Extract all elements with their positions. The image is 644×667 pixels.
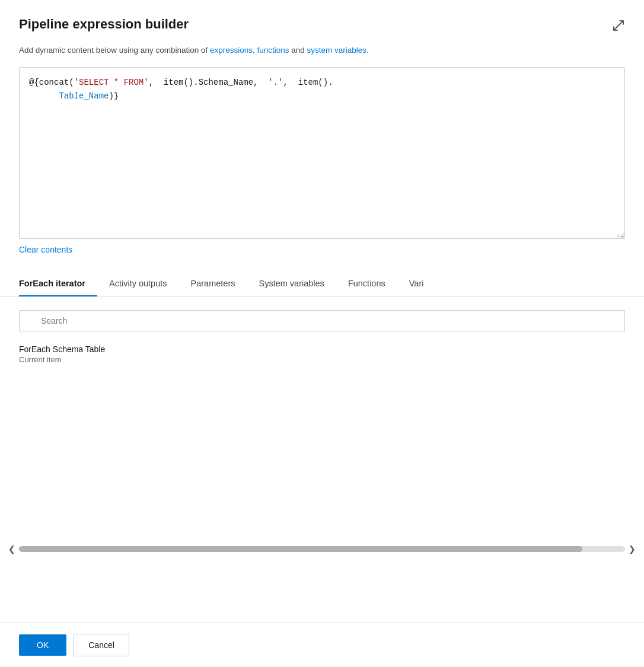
- item-subtitle: Current item: [19, 355, 625, 364]
- expressions-functions-link[interactable]: expressions, functions: [210, 46, 289, 55]
- tab-activity-outputs[interactable]: Activity outputs: [109, 272, 179, 297]
- items-list: ForEach Schema Table Current item: [19, 344, 625, 364]
- tabs-bar: ForEach iterator Activity outputs Parame…: [0, 271, 644, 297]
- horizontal-scrollbar: ❮ ❯: [0, 542, 644, 556]
- scroll-left-button[interactable]: ❮: [5, 542, 19, 556]
- list-item[interactable]: ForEach Schema Table Current item: [19, 344, 625, 364]
- resize-handle[interactable]: ⌟: [616, 230, 623, 237]
- ok-button[interactable]: OK: [19, 634, 66, 656]
- clear-contents-button[interactable]: Clear contents: [19, 245, 625, 254]
- tab-variables[interactable]: Vari: [409, 272, 436, 297]
- dialog-footer: OK Cancel: [0, 623, 644, 667]
- pipeline-expression-builder-dialog: Pipeline expression builder Add dynamic …: [0, 0, 644, 667]
- scrollbar-thumb: [19, 546, 582, 552]
- expand-icon[interactable]: [612, 19, 625, 35]
- tab-functions[interactable]: Functions: [348, 272, 397, 297]
- scroll-right-button[interactable]: ❯: [625, 542, 639, 556]
- code-content: @{concat('SELECT * FROM', item().Schema_…: [20, 68, 624, 111]
- dialog-header: Pipeline expression builder: [0, 0, 644, 44]
- scrollbar-track[interactable]: [19, 546, 625, 552]
- search-wrapper: [19, 310, 625, 331]
- tab-parameters[interactable]: Parameters: [191, 272, 247, 297]
- cancel-button[interactable]: Cancel: [74, 634, 129, 656]
- code-editor[interactable]: @{concat('SELECT * FROM', item().Schema_…: [19, 67, 625, 239]
- dialog-title: Pipeline expression builder: [19, 17, 189, 32]
- item-name: ForEach Schema Table: [19, 344, 625, 354]
- search-input[interactable]: [19, 310, 625, 331]
- search-area: [19, 310, 625, 331]
- system-variables-link[interactable]: system variables.: [307, 46, 369, 55]
- dialog-subtitle: Add dynamic content below using any comb…: [0, 44, 644, 67]
- tab-system-variables[interactable]: System variables: [259, 272, 336, 297]
- tab-foreach-iterator[interactable]: ForEach iterator: [19, 272, 97, 297]
